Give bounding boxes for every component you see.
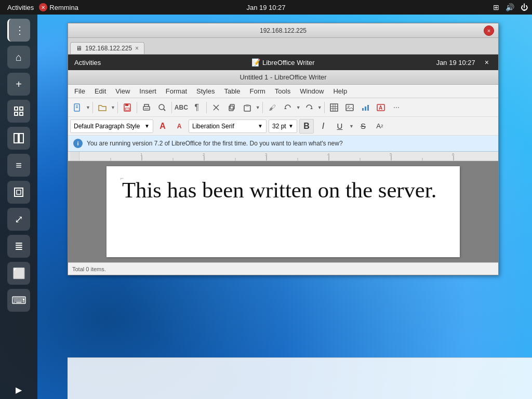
superscript-button[interactable]: A2 xyxy=(373,119,387,134)
svg-text:3: 3 xyxy=(265,152,268,157)
text-box-button[interactable]: A xyxy=(374,100,388,115)
menu-view[interactable]: View xyxy=(111,86,134,96)
left-sidebar: ⋮ ⌂ + ≡ ⤢ ≣ ⬜ ⌨ ▶ xyxy=(0,15,37,399)
status-bar: Total 0 items. xyxy=(68,262,498,275)
underline-button[interactable]: U xyxy=(332,119,347,134)
font-name-dropdown[interactable]: Liberation Serif ▼ xyxy=(189,119,267,133)
sidebar-icon-fullscreen[interactable] xyxy=(7,100,30,123)
cursor-mark: ⌐ xyxy=(120,175,124,182)
bold-button[interactable]: B xyxy=(299,119,314,134)
network-icon[interactable]: ⊞ xyxy=(493,3,499,11)
clone-format-button[interactable]: 🖌 xyxy=(265,100,280,115)
redo-button[interactable] xyxy=(302,100,316,115)
menu-edit[interactable]: Edit xyxy=(90,86,110,96)
menu-file[interactable]: File xyxy=(70,86,89,96)
new-button[interactable] xyxy=(70,100,85,115)
svg-point-32 xyxy=(348,105,350,108)
image-button[interactable] xyxy=(342,100,357,115)
copy-button[interactable] xyxy=(224,100,239,115)
svg-text:A: A xyxy=(379,105,382,111)
sidebar-icon-list[interactable]: ≡ xyxy=(7,154,30,177)
svg-rect-26 xyxy=(330,104,338,111)
spell-button[interactable]: ABC xyxy=(174,100,189,115)
sidebar-icon-expand2[interactable]: ⤢ xyxy=(7,208,30,231)
paragraph-style-dropdown[interactable]: Default Paragraph Style ▼ xyxy=(70,119,153,133)
remmina-close-button[interactable]: × xyxy=(484,25,494,36)
sidebar-icon-new[interactable]: + xyxy=(7,73,30,96)
svg-rect-2 xyxy=(15,112,18,115)
format-marks-button[interactable]: ¶ xyxy=(190,100,204,115)
remmina-titlebar: 192.168.122.225 × xyxy=(68,23,498,38)
ruler-inner: 1 2 3 4 5 6 xyxy=(79,152,496,161)
menu-format[interactable]: Format xyxy=(162,86,191,96)
svg-text:1: 1 xyxy=(140,152,143,157)
tab-192[interactable]: 🖥 192.168.122.225 × xyxy=(70,42,144,54)
tb-sep-2 xyxy=(117,102,118,113)
menu-tools[interactable]: Tools xyxy=(271,86,295,96)
save-button[interactable] xyxy=(120,100,135,115)
more-button[interactable]: ⋯ xyxy=(389,100,404,115)
menu-help[interactable]: Help xyxy=(329,86,351,96)
sidebar-icon-view[interactable]: ≣ xyxy=(7,235,30,258)
document-content[interactable]: This has been written on the server. xyxy=(122,177,444,203)
activities-button[interactable]: Activities xyxy=(4,3,37,12)
open-dropdown-arrow[interactable]: ▼ xyxy=(111,105,115,110)
strikethrough-button[interactable]: S xyxy=(356,119,370,134)
remmina-window-title: 192.168.122.225 xyxy=(260,27,307,34)
font-increase-button[interactable]: A xyxy=(155,119,170,134)
inner-app-icon: 📝 xyxy=(251,58,260,66)
tab-close-button[interactable]: × xyxy=(135,45,139,52)
chart-button[interactable] xyxy=(358,100,373,115)
inner-activities-label[interactable]: Activities xyxy=(74,59,101,66)
document-area[interactable]: ⌐ This has been written on the server. xyxy=(68,161,498,262)
inner-close-button[interactable]: × xyxy=(482,57,492,68)
menu-table[interactable]: Table xyxy=(220,86,244,96)
font-size-dropdown[interactable]: 32 pt ▼ xyxy=(269,119,297,133)
open-button[interactable] xyxy=(95,100,110,115)
paste-dropdown-arrow[interactable]: ▼ xyxy=(256,105,260,110)
svg-rect-4 xyxy=(14,134,18,143)
copy-icon xyxy=(227,103,236,112)
sidebar-icon-home[interactable]: ⌂ xyxy=(7,46,30,69)
sidebar-icon-keyboard[interactable]: ⌨ xyxy=(7,289,30,312)
paste-icon xyxy=(243,103,252,112)
tb-sep-3 xyxy=(137,102,137,113)
open-icon xyxy=(98,103,107,112)
print-button[interactable] xyxy=(139,100,154,115)
more-icon: ⋯ xyxy=(393,104,400,111)
menu-insert[interactable]: Insert xyxy=(135,86,161,96)
text-box-icon: A xyxy=(376,103,385,112)
table-button[interactable] xyxy=(327,100,341,115)
underline-dropdown-arrow[interactable]: ▼ xyxy=(349,124,354,129)
italic-button[interactable]: I xyxy=(316,119,330,134)
new-icon xyxy=(73,103,82,112)
sidebar-icon-expand[interactable] xyxy=(7,127,30,150)
volume-icon[interactable]: 🔊 xyxy=(506,3,514,11)
svg-text:6: 6 xyxy=(452,152,455,157)
menu-window[interactable]: Window xyxy=(296,86,328,96)
inner-app-bar: Activities 📝 LibreOffice Writer Jan 19 1… xyxy=(68,55,498,70)
new-dropdown-arrow[interactable]: ▼ xyxy=(86,105,90,110)
svg-rect-5 xyxy=(19,134,23,143)
sidebar-expand-button[interactable]: ▶ xyxy=(16,385,22,395)
format-toolbar: Default Paragraph Style ▼ A A Liberation… xyxy=(68,117,498,136)
sidebar-icon-monitor[interactable]: ⬜ xyxy=(7,262,30,285)
tb-sep-5 xyxy=(206,102,207,113)
remmina-indicator[interactable]: ✕ Remmina xyxy=(39,3,78,11)
undo-dropdown-arrow[interactable]: ▼ xyxy=(296,105,301,110)
svg-rect-23 xyxy=(246,104,249,107)
menu-styles[interactable]: Styles xyxy=(192,86,219,96)
redo-dropdown-arrow[interactable]: ▼ xyxy=(317,105,322,110)
cut-button[interactable] xyxy=(209,100,223,115)
sidebar-icon-group[interactable] xyxy=(7,181,30,204)
paste-button[interactable] xyxy=(240,100,255,115)
font-decrease-button[interactable]: A xyxy=(172,119,187,134)
tb-sep-6 xyxy=(262,102,263,113)
menu-form[interactable]: Form xyxy=(245,86,269,96)
find-button[interactable] xyxy=(155,100,169,115)
undo-button[interactable] xyxy=(281,100,295,115)
sidebar-icon-menu[interactable]: ⋮ xyxy=(7,19,30,42)
power-icon[interactable]: ⏻ xyxy=(521,3,528,11)
font-size-value: 32 pt xyxy=(272,123,286,130)
svg-point-16 xyxy=(159,104,164,110)
